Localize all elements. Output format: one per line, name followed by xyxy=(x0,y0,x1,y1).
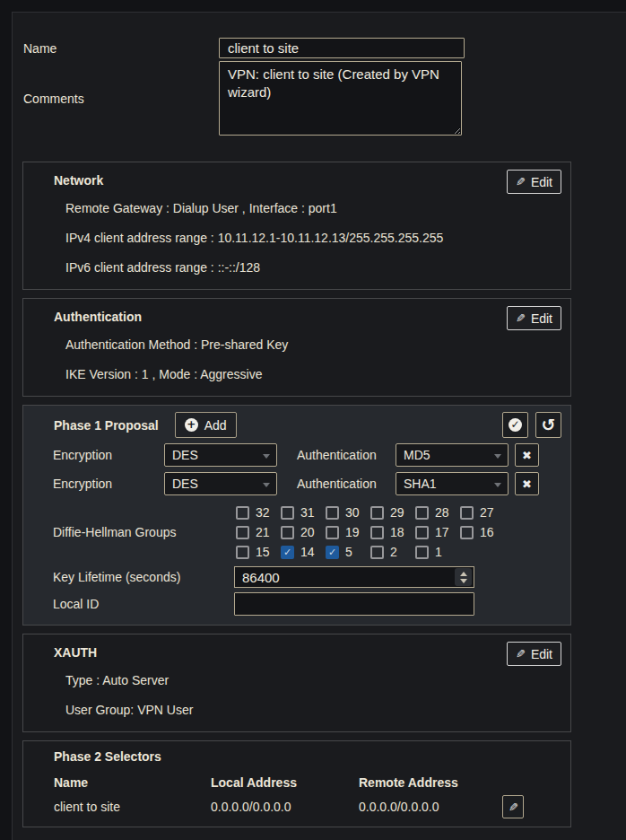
dh-group-checkbox-31[interactable]: ✓31 xyxy=(281,505,326,520)
dh-group-checkbox-27[interactable]: ✓27 xyxy=(460,505,505,520)
authentication-edit-button[interactable]: ✎ Edit xyxy=(507,306,561,330)
check-icon: ✓ xyxy=(328,547,336,557)
encryption-select-1[interactable]: DES xyxy=(164,443,277,467)
authentication-method-text: Authentication Method : Pre-shared Key xyxy=(65,338,570,352)
selector-remote-address-cell: 0.0.0.0/0.0.0.0 xyxy=(359,800,502,814)
check-icon: ✓ xyxy=(283,547,291,557)
authentication-section-title: Authentication xyxy=(54,310,570,324)
proposal-remove-button-1[interactable]: ✖ xyxy=(515,443,539,467)
comments-row: Comments VPN: client to site (Created by… xyxy=(23,61,626,136)
chevron-down-icon xyxy=(263,483,270,487)
comments-textarea[interactable]: VPN: client to site (Created by VPN wiza… xyxy=(219,61,462,136)
dh-group-checkbox-32[interactable]: ✓32 xyxy=(236,505,281,520)
checkbox-unchecked-icon[interactable]: ✓ xyxy=(236,526,249,539)
dh-group-number: 21 xyxy=(256,525,270,539)
proposal-row: Encryption DES Authentication MD5 ✖ xyxy=(53,443,570,467)
authentication-select-2-value: SHA1 xyxy=(404,477,437,491)
dh-group-checkbox-30[interactable]: ✓30 xyxy=(326,505,370,520)
check-circle-icon: ✓ xyxy=(509,418,522,432)
dh-group-checkbox-5[interactable]: ✓5 xyxy=(326,545,370,559)
dh-group-number: 5 xyxy=(345,545,352,559)
spinner-down-icon[interactable] xyxy=(460,579,467,583)
dh-group-checkbox-15[interactable]: ✓15 xyxy=(236,545,281,559)
xauth-edit-button[interactable]: ✎ Edit xyxy=(507,642,561,666)
name-label: Name xyxy=(23,41,219,56)
dh-group-checkbox-1[interactable]: ✓1 xyxy=(415,545,460,559)
chevron-down-icon xyxy=(494,483,501,487)
encryption-label: Encryption xyxy=(53,448,164,462)
dh-group-checkbox-29[interactable]: ✓29 xyxy=(370,505,415,520)
network-ipv6-range-text: IPv6 client address range : ::-::/128 xyxy=(65,261,570,275)
dh-group-number: 32 xyxy=(256,505,270,520)
dh-groups-row: Diffie-Hellman Groups ✓32✓31✓30✓29✓28✓27… xyxy=(53,503,570,562)
chevron-down-icon xyxy=(494,454,501,459)
plus-circle-icon: + xyxy=(185,418,198,432)
key-lifetime-label: Key Lifetime (seconds) xyxy=(53,570,234,584)
checkbox-checked-icon[interactable]: ✓ xyxy=(281,546,294,559)
xauth-user-group-text: User Group: VPN User xyxy=(65,704,570,717)
selector-edit-button[interactable]: ✎ xyxy=(502,795,524,818)
checkbox-unchecked-icon[interactable]: ✓ xyxy=(326,506,339,520)
pencil-icon: ✎ xyxy=(509,801,518,814)
dh-group-checkbox-17[interactable]: ✓17 xyxy=(415,525,460,539)
phase1-confirm-button[interactable]: ✓ xyxy=(502,412,528,438)
dh-group-checkbox-18[interactable]: ✓18 xyxy=(370,525,415,539)
dh-group-checkbox-19[interactable]: ✓19 xyxy=(326,525,370,539)
dh-group-checkbox-21[interactable]: ✓21 xyxy=(236,525,281,539)
encryption-select-2[interactable]: DES xyxy=(164,472,277,495)
dh-group-number: 18 xyxy=(390,525,404,539)
checkbox-unchecked-icon[interactable]: ✓ xyxy=(370,546,384,559)
edit-button-label: Edit xyxy=(531,175,552,189)
xauth-section-title: XAUTH xyxy=(54,645,570,660)
phase2-table-header: Name Local Address Remote Address xyxy=(54,771,561,794)
chevron-down-icon xyxy=(263,454,270,459)
number-spinner[interactable] xyxy=(455,568,472,586)
checkbox-unchecked-icon[interactable]: ✓ xyxy=(415,546,429,559)
checkbox-unchecked-icon[interactable]: ✓ xyxy=(370,526,384,539)
dh-group-checkbox-2[interactable]: ✓2 xyxy=(370,545,415,559)
dh-group-number: 14 xyxy=(300,545,315,559)
checkbox-unchecked-icon[interactable]: ✓ xyxy=(236,506,249,520)
authentication-select-2[interactable]: SHA1 xyxy=(396,472,509,495)
phase1-add-button[interactable]: + Add xyxy=(175,412,237,438)
phase1-section-title: Phase 1 Proposal xyxy=(54,418,159,433)
dh-group-checkbox-16[interactable]: ✓16 xyxy=(460,525,505,539)
network-edit-button[interactable]: ✎ Edit xyxy=(507,170,561,194)
checkbox-unchecked-icon[interactable]: ✓ xyxy=(326,526,339,539)
phase1-revert-button[interactable]: ↺ xyxy=(535,412,561,438)
authentication-section: Authentication ✎ Edit Authentication Met… xyxy=(22,298,571,397)
column-header-remote-address: Remote Address xyxy=(359,775,561,790)
network-section-title: Network xyxy=(54,173,570,188)
checkbox-unchecked-icon[interactable]: ✓ xyxy=(460,506,474,520)
checkbox-unchecked-icon[interactable]: ✓ xyxy=(281,506,294,520)
local-id-input[interactable] xyxy=(234,592,474,616)
authentication-label: Authentication xyxy=(297,448,396,462)
checkbox-unchecked-icon[interactable]: ✓ xyxy=(415,506,429,520)
ike-version-mode-text: IKE Version : 1 , Mode : Aggressive xyxy=(65,368,570,381)
checkbox-unchecked-icon[interactable]: ✓ xyxy=(415,526,429,539)
key-lifetime-input[interactable] xyxy=(235,570,447,585)
dh-group-checkbox-14[interactable]: ✓14 xyxy=(281,545,326,559)
undo-icon: ↺ xyxy=(542,416,556,433)
spinner-up-icon[interactable] xyxy=(460,572,467,576)
dh-group-number: 31 xyxy=(300,505,315,520)
name-input[interactable] xyxy=(219,38,465,58)
encryption-select-1-value: DES xyxy=(172,448,198,462)
authentication-select-1[interactable]: MD5 xyxy=(396,443,509,467)
checkbox-unchecked-icon[interactable]: ✓ xyxy=(460,526,474,539)
checkbox-unchecked-icon[interactable]: ✓ xyxy=(236,546,249,559)
authentication-select-1-value: MD5 xyxy=(404,448,430,462)
dh-group-checkbox-20[interactable]: ✓20 xyxy=(281,525,326,539)
proposal-remove-button-2[interactable]: ✖ xyxy=(515,472,539,495)
checkbox-checked-icon[interactable]: ✓ xyxy=(326,546,339,559)
dh-group-checkbox-28[interactable]: ✓28 xyxy=(415,505,460,520)
selector-local-address-cell: 0.0.0.0/0.0.0.0 xyxy=(211,800,359,814)
checkbox-unchecked-icon[interactable]: ✓ xyxy=(370,506,384,520)
encryption-label: Encryption xyxy=(53,477,164,491)
selector-name-cell: client to site xyxy=(54,800,211,814)
dh-group-number: 16 xyxy=(480,525,494,539)
local-id-row: Local ID xyxy=(53,592,570,616)
edit-button-label: Edit xyxy=(531,647,552,661)
checkbox-unchecked-icon[interactable]: ✓ xyxy=(281,526,294,539)
x-icon: ✖ xyxy=(522,449,532,462)
